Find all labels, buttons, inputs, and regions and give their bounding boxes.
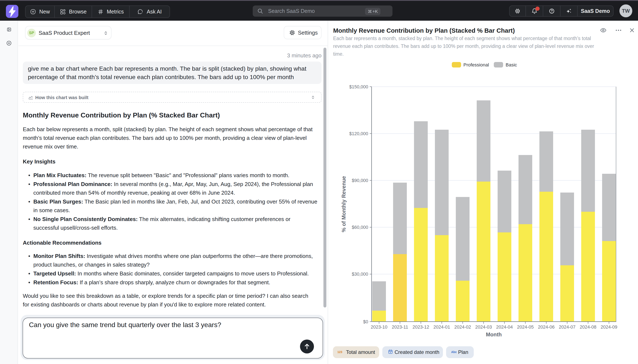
svg-text:% of Monthly Revenue: % of Monthly Revenue [341,176,347,232]
svg-text:2024-04: 2024-04 [496,324,513,330]
svg-text:2024-06: 2024-06 [538,324,555,330]
svg-text:2024-03: 2024-03 [475,324,492,330]
svg-text:2023-11: 2023-11 [392,324,408,330]
svg-text:$90,000: $90,000 [352,178,368,183]
svg-text:2024-08: 2024-08 [580,324,596,330]
svg-text:2024-02: 2024-02 [454,324,471,330]
svg-text:2024-09: 2024-09 [601,324,617,330]
svg-text:$60,000: $60,000 [352,225,368,230]
svg-text:2024-05: 2024-05 [517,324,534,330]
svg-text:2024-07: 2024-07 [559,324,575,330]
svg-text:$120,000: $120,000 [349,131,368,136]
svg-text:Month: Month [486,332,502,338]
svg-text:2024-01: 2024-01 [433,324,450,330]
svg-text:2023-12: 2023-12 [413,324,429,330]
svg-text:2023-10: 2023-10 [371,324,387,330]
svg-text:$150,000: $150,000 [349,84,368,90]
svg-text:$30,000: $30,000 [352,272,368,277]
svg-text:$0: $0 [363,319,368,324]
